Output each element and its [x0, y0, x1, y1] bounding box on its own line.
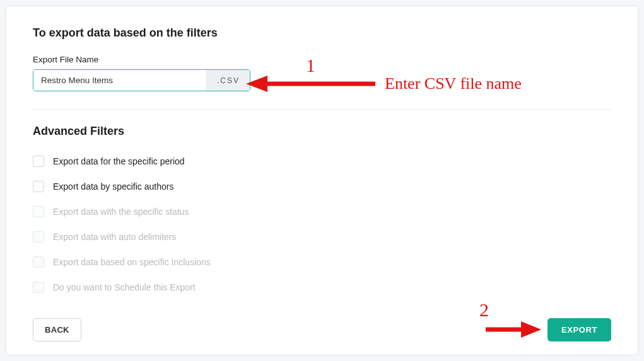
filter-status-label: Export data with the specific status: [53, 207, 189, 217]
filename-label: Export File Name: [33, 55, 611, 64]
filename-input[interactable]: [33, 70, 206, 91]
export-button[interactable]: EXPORT: [547, 318, 611, 341]
filter-list: Export data for the specific period Expo…: [33, 156, 611, 293]
filter-delimiters-label: Export data with auto delimiters: [53, 232, 176, 242]
filter-authors: Export data by specific authors: [33, 181, 611, 192]
filename-extension: .CSV: [206, 70, 250, 91]
back-button[interactable]: BACK: [33, 318, 81, 341]
filter-inclusions-checkbox: [33, 256, 44, 268]
filter-authors-label: Export data by specific authors: [53, 181, 173, 192]
filter-status-checkbox: [33, 206, 44, 217]
annotation-number-2: 2: [479, 299, 489, 321]
annotation-arrow-1: [246, 74, 378, 93]
filter-inclusions-label: Export data based on specific Inclusions: [53, 257, 211, 267]
filter-schedule-label: Do you want to Schedule this Export: [53, 282, 196, 292]
advanced-filters-heading: Advanced Filters: [33, 125, 611, 138]
filter-delimiters: Export data with auto delimiters: [33, 231, 611, 243]
filter-status: Export data with the specific status: [33, 206, 611, 217]
filter-period: Export data for the specific period: [33, 156, 611, 167]
filter-delimiters-checkbox: [33, 231, 44, 243]
filter-period-label: Export data for the specific period: [53, 156, 185, 166]
filter-schedule: Do you want to Schedule this Export: [33, 282, 611, 293]
filter-inclusions: Export data based on specific Inclusions: [33, 256, 611, 268]
divider: [33, 109, 611, 110]
export-panel: To export data based on the filters Expo…: [6, 6, 638, 355]
action-row: BACK EXPORT: [33, 318, 611, 341]
filename-input-group: .CSV: [33, 69, 250, 91]
panel-title: To export data based on the filters: [33, 26, 611, 40]
filter-authors-checkbox[interactable]: [33, 181, 44, 192]
filter-period-checkbox[interactable]: [33, 156, 44, 167]
annotation-text-1: Enter CSV file name: [385, 74, 522, 93]
filter-schedule-checkbox: [33, 282, 44, 293]
